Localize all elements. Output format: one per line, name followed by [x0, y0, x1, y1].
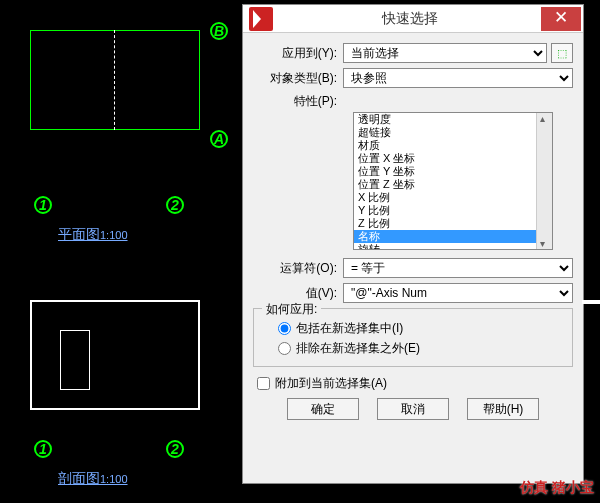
plan-title: 平面图1:100 [58, 226, 128, 244]
callout-1-section: 1 [34, 440, 52, 458]
plan-divider [30, 30, 115, 130]
list-item[interactable]: 透明度 [354, 113, 552, 126]
radio-exclude[interactable] [278, 342, 291, 355]
checkbox-append-label: 附加到当前选择集(A) [275, 375, 387, 392]
section-title: 剖面图1:100 [58, 470, 128, 488]
list-item[interactable]: X 比例 [354, 191, 552, 204]
section-scale: 1:100 [100, 473, 128, 485]
pick-objects-button[interactable]: ⬚ [551, 43, 573, 63]
list-item-selected[interactable]: 名称 [354, 230, 552, 243]
list-item[interactable]: 材质 [354, 139, 552, 152]
list-item[interactable]: 超链接 [354, 126, 552, 139]
help-button[interactable]: 帮助(H) [467, 398, 539, 420]
radio-include[interactable] [278, 322, 291, 335]
callout-1-plan: 1 [34, 196, 52, 214]
list-item[interactable]: 旋转 [354, 243, 552, 250]
cad-canvas: B A 1 2 平面图1:100 1 2 剖面图1:100 [0, 0, 240, 503]
close-button[interactable]: ✕ [541, 7, 581, 31]
list-item[interactable]: 位置 Y 坐标 [354, 165, 552, 178]
plan-title-text: 平面图 [58, 226, 100, 242]
radio-include-label: 包括在新选择集中(I) [296, 320, 403, 337]
radio-exclude-label: 排除在新选择集之外(E) [296, 340, 420, 357]
list-item[interactable]: 位置 Z 坐标 [354, 178, 552, 191]
value-label: 值(V): [253, 285, 343, 302]
property-listbox[interactable]: 透明度 超链接 材质 位置 X 坐标 位置 Y 坐标 位置 Z 坐标 X 比例 … [353, 112, 553, 250]
checkbox-append[interactable] [257, 377, 270, 390]
callout-2-section: 2 [166, 440, 184, 458]
callout-b: B [210, 22, 228, 40]
callout-2-plan: 2 [166, 196, 184, 214]
dialog-body: 应用到(Y): 当前选择 ⬚ 对象类型(B): 块参照 特性(P): 透明度 超… [243, 33, 583, 428]
callout-a: A [210, 130, 228, 148]
object-type-label: 对象类型(B): [253, 70, 343, 87]
list-item[interactable]: Z 比例 [354, 217, 552, 230]
value-select[interactable]: "@"-Axis Num [343, 283, 573, 303]
list-item[interactable]: Y 比例 [354, 204, 552, 217]
cancel-button[interactable]: 取消 [377, 398, 449, 420]
operator-select[interactable]: = 等于 [343, 258, 573, 278]
person-figure [60, 330, 90, 390]
edge-annotation: 替正 [582, 300, 600, 304]
how-apply-legend: 如何应用: [262, 301, 321, 318]
list-item[interactable]: 位置 X 坐标 [354, 152, 552, 165]
titlebar[interactable]: 快速选择 ✕ [243, 5, 583, 33]
quick-select-dialog: 快速选择 ✕ 应用到(Y): 当前选择 ⬚ 对象类型(B): 块参照 特性(P)… [242, 4, 584, 484]
plan-scale: 1:100 [100, 229, 128, 241]
watermark: 仿真 猪小宝 [520, 479, 594, 497]
object-type-select[interactable]: 块参照 [343, 68, 573, 88]
how-apply-group: 如何应用: 包括在新选择集中(I) 排除在新选择集之外(E) [253, 308, 573, 367]
dialog-title: 快速选择 [279, 10, 541, 28]
ok-button[interactable]: 确定 [287, 398, 359, 420]
section-title-text: 剖面图 [58, 470, 100, 486]
autocad-icon [249, 7, 273, 31]
apply-to-select[interactable]: 当前选择 [343, 43, 547, 63]
operator-label: 运算符(O): [253, 260, 343, 277]
apply-to-label: 应用到(Y): [253, 45, 343, 62]
section-outline [30, 300, 200, 410]
property-label: 特性(P): [253, 93, 343, 110]
listbox-scrollbar[interactable] [536, 113, 552, 249]
